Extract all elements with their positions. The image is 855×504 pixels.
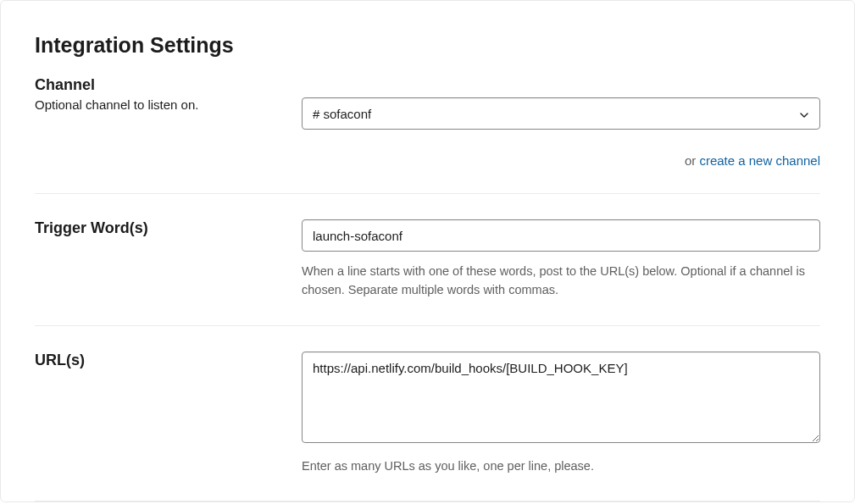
channel-selected-value: # sofaconf bbox=[313, 107, 371, 121]
urls-help-text: Enter as many URLs as you like, one per … bbox=[302, 457, 820, 475]
trigger-words-input[interactable] bbox=[302, 219, 820, 252]
urls-section: URL(s) Enter as many URLs as you like, o… bbox=[35, 352, 820, 501]
channel-description: Optional channel to listen on. bbox=[35, 97, 285, 112]
channel-section: Channel Optional channel to listen on. #… bbox=[35, 76, 820, 194]
urls-label: URL(s) bbox=[35, 352, 285, 369]
urls-textarea[interactable] bbox=[302, 352, 820, 443]
channel-label: Channel bbox=[35, 76, 820, 94]
create-channel-prompt: or create a new channel bbox=[302, 153, 820, 168]
page-title: Integration Settings bbox=[35, 33, 820, 58]
trigger-section: Trigger Word(s) When a line starts with … bbox=[35, 219, 820, 326]
channel-select[interactable]: # sofaconf bbox=[302, 97, 820, 130]
trigger-label: Trigger Word(s) bbox=[35, 219, 285, 237]
trigger-help-text: When a line starts with one of these wor… bbox=[302, 262, 820, 300]
create-channel-link[interactable]: create a new channel bbox=[699, 153, 820, 168]
integration-settings-panel: Integration Settings Channel Optional ch… bbox=[0, 0, 855, 502]
